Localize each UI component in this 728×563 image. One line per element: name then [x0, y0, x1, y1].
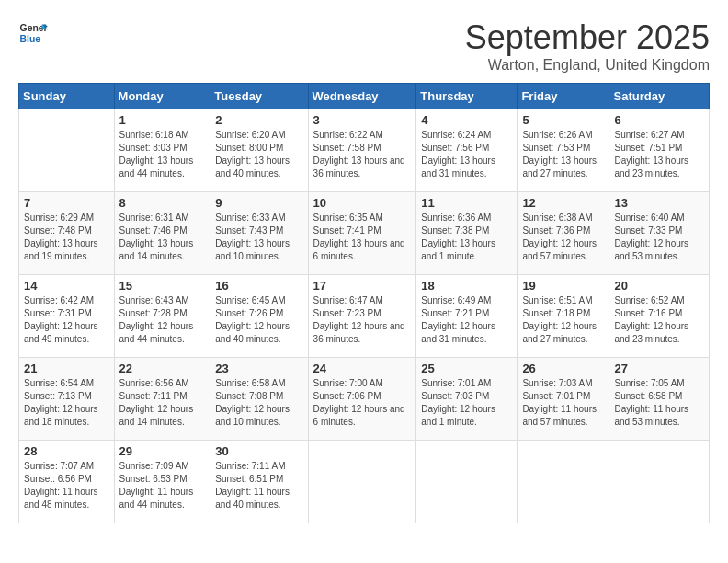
week-row-4: 21Sunrise: 6:54 AMSunset: 7:13 PMDayligh… [19, 358, 710, 441]
week-row-3: 14Sunrise: 6:42 AMSunset: 7:31 PMDayligh… [19, 275, 710, 358]
day-number: 4 [421, 113, 512, 127]
day-cell: 15Sunrise: 6:43 AMSunset: 7:28 PMDayligh… [114, 275, 210, 358]
day-cell [609, 441, 710, 523]
day-cell [416, 441, 518, 523]
logo: General Blue [18, 18, 48, 48]
day-cell: 24Sunrise: 7:00 AMSunset: 7:06 PMDayligh… [308, 358, 416, 441]
month-title: September 2025 [465, 18, 710, 57]
day-number: 24 [313, 362, 412, 375]
day-cell: 7Sunrise: 6:29 AMSunset: 7:48 PMDaylight… [19, 192, 115, 275]
day-number: 10 [313, 196, 412, 210]
day-cell: 18Sunrise: 6:49 AMSunset: 7:21 PMDayligh… [416, 275, 518, 358]
day-cell [308, 441, 416, 523]
title-area: September 2025 Warton, England, United K… [465, 18, 710, 74]
day-number: 22 [119, 362, 206, 375]
logo-icon: General Blue [18, 18, 48, 48]
day-info: Sunrise: 6:36 AMSunset: 7:38 PMDaylight:… [421, 212, 512, 263]
day-info: Sunrise: 6:54 AMSunset: 7:13 PMDaylight:… [24, 377, 109, 429]
day-info: Sunrise: 7:00 AMSunset: 7:06 PMDaylight:… [313, 377, 412, 429]
day-cell: 22Sunrise: 6:56 AMSunset: 7:11 PMDayligh… [114, 358, 210, 441]
day-info: Sunrise: 7:05 AMSunset: 6:58 PMDaylight:… [614, 377, 704, 429]
header-day-friday: Friday [518, 84, 609, 109]
day-number: 20 [614, 279, 704, 293]
day-number: 21 [24, 362, 109, 375]
day-cell: 20Sunrise: 6:52 AMSunset: 7:16 PMDayligh… [609, 275, 710, 358]
week-row-1: 1Sunrise: 6:18 AMSunset: 8:03 PMDaylight… [19, 109, 710, 192]
day-number: 30 [215, 444, 302, 458]
day-cell: 9Sunrise: 6:33 AMSunset: 7:43 PMDaylight… [210, 192, 308, 275]
day-info: Sunrise: 6:45 AMSunset: 7:26 PMDaylight:… [215, 294, 302, 346]
day-info: Sunrise: 7:11 AMSunset: 6:51 PMDaylight:… [215, 460, 302, 511]
day-info: Sunrise: 6:47 AMSunset: 7:23 PMDaylight:… [313, 294, 412, 346]
day-info: Sunrise: 6:56 AMSunset: 7:11 PMDaylight:… [119, 377, 206, 429]
week-row-5: 28Sunrise: 7:07 AMSunset: 6:56 PMDayligh… [19, 441, 710, 523]
header-row: SundayMondayTuesdayWednesdayThursdayFrid… [19, 84, 710, 109]
day-cell: 30Sunrise: 7:11 AMSunset: 6:51 PMDayligh… [210, 441, 308, 523]
day-info: Sunrise: 6:49 AMSunset: 7:21 PMDaylight:… [421, 294, 512, 346]
day-cell: 14Sunrise: 6:42 AMSunset: 7:31 PMDayligh… [19, 275, 115, 358]
day-cell: 26Sunrise: 7:03 AMSunset: 7:01 PMDayligh… [518, 358, 609, 441]
day-number: 18 [421, 279, 512, 293]
day-cell: 16Sunrise: 6:45 AMSunset: 7:26 PMDayligh… [210, 275, 308, 358]
header-day-tuesday: Tuesday [210, 84, 308, 109]
day-number: 17 [313, 279, 412, 293]
day-cell: 1Sunrise: 6:18 AMSunset: 8:03 PMDaylight… [114, 109, 210, 192]
day-number: 6 [614, 113, 704, 127]
day-cell: 10Sunrise: 6:35 AMSunset: 7:41 PMDayligh… [308, 192, 416, 275]
day-number: 19 [522, 279, 604, 293]
day-number: 29 [119, 444, 206, 458]
day-cell: 3Sunrise: 6:22 AMSunset: 7:58 PMDaylight… [308, 109, 416, 192]
day-info: Sunrise: 7:03 AMSunset: 7:01 PMDaylight:… [522, 377, 604, 429]
header-day-monday: Monday [114, 84, 210, 109]
day-number: 13 [614, 196, 704, 210]
week-row-2: 7Sunrise: 6:29 AMSunset: 7:48 PMDaylight… [19, 192, 710, 275]
day-cell: 17Sunrise: 6:47 AMSunset: 7:23 PMDayligh… [308, 275, 416, 358]
location-title: Warton, England, United Kingdom [465, 57, 710, 74]
day-cell: 11Sunrise: 6:36 AMSunset: 7:38 PMDayligh… [416, 192, 518, 275]
day-cell: 21Sunrise: 6:54 AMSunset: 7:13 PMDayligh… [19, 358, 115, 441]
day-info: Sunrise: 6:43 AMSunset: 7:28 PMDaylight:… [119, 294, 206, 346]
day-info: Sunrise: 6:31 AMSunset: 7:46 PMDaylight:… [119, 212, 206, 263]
day-info: Sunrise: 6:18 AMSunset: 8:03 PMDaylight:… [119, 129, 206, 180]
day-number: 27 [614, 362, 704, 375]
day-cell: 25Sunrise: 7:01 AMSunset: 7:03 PMDayligh… [416, 358, 518, 441]
day-info: Sunrise: 6:42 AMSunset: 7:31 PMDaylight:… [24, 294, 109, 346]
day-info: Sunrise: 7:09 AMSunset: 6:53 PMDaylight:… [119, 460, 206, 511]
day-cell: 4Sunrise: 6:24 AMSunset: 7:56 PMDaylight… [416, 109, 518, 192]
day-cell: 23Sunrise: 6:58 AMSunset: 7:08 PMDayligh… [210, 358, 308, 441]
day-cell: 12Sunrise: 6:38 AMSunset: 7:36 PMDayligh… [518, 192, 609, 275]
day-info: Sunrise: 6:27 AMSunset: 7:51 PMDaylight:… [614, 129, 704, 180]
day-info: Sunrise: 6:38 AMSunset: 7:36 PMDaylight:… [522, 212, 604, 263]
day-cell: 5Sunrise: 6:26 AMSunset: 7:53 PMDaylight… [518, 109, 609, 192]
day-info: Sunrise: 6:22 AMSunset: 7:58 PMDaylight:… [313, 129, 412, 180]
svg-text:Blue: Blue [20, 34, 41, 44]
day-info: Sunrise: 6:35 AMSunset: 7:41 PMDaylight:… [313, 212, 412, 263]
day-info: Sunrise: 7:07 AMSunset: 6:56 PMDaylight:… [24, 460, 109, 511]
day-info: Sunrise: 6:52 AMSunset: 7:16 PMDaylight:… [614, 294, 704, 346]
day-number: 16 [215, 279, 302, 293]
day-cell: 28Sunrise: 7:07 AMSunset: 6:56 PMDayligh… [19, 441, 115, 523]
day-number: 8 [119, 196, 206, 210]
day-number: 14 [24, 279, 109, 293]
day-number: 2 [215, 113, 302, 127]
day-number: 7 [24, 196, 109, 210]
day-cell: 2Sunrise: 6:20 AMSunset: 8:00 PMDaylight… [210, 109, 308, 192]
day-number: 23 [215, 362, 302, 375]
day-cell [19, 109, 115, 192]
day-info: Sunrise: 6:24 AMSunset: 7:56 PMDaylight:… [421, 129, 512, 180]
day-number: 3 [313, 113, 412, 127]
day-cell: 29Sunrise: 7:09 AMSunset: 6:53 PMDayligh… [114, 441, 210, 523]
day-number: 5 [522, 113, 604, 127]
calendar-table: SundayMondayTuesdayWednesdayThursdayFrid… [18, 83, 710, 523]
header-day-wednesday: Wednesday [308, 84, 416, 109]
day-cell: 19Sunrise: 6:51 AMSunset: 7:18 PMDayligh… [518, 275, 609, 358]
header-day-thursday: Thursday [416, 84, 518, 109]
day-info: Sunrise: 6:29 AMSunset: 7:48 PMDaylight:… [24, 212, 109, 263]
header: General Blue September 2025 Warton, Engl… [18, 18, 710, 74]
day-number: 1 [119, 113, 206, 127]
day-info: Sunrise: 6:58 AMSunset: 7:08 PMDaylight:… [215, 377, 302, 429]
day-cell [518, 441, 609, 523]
day-number: 12 [522, 196, 604, 210]
day-info: Sunrise: 6:40 AMSunset: 7:33 PMDaylight:… [614, 212, 704, 263]
day-info: Sunrise: 6:20 AMSunset: 8:00 PMDaylight:… [215, 129, 302, 180]
